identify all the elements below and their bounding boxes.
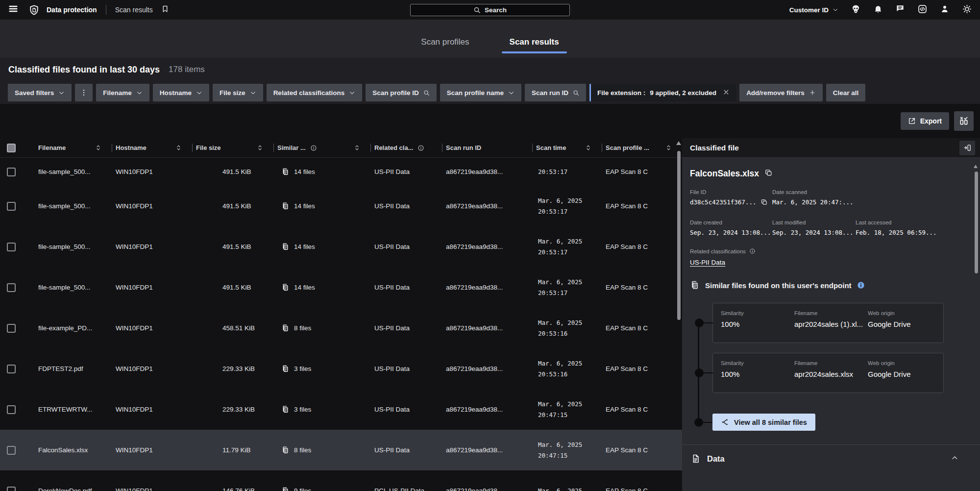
add-remove-filters-button[interactable]: Add/remove filters: [739, 84, 823, 101]
hamburger-menu-button[interactable]: [8, 3, 19, 16]
column-header-scan-time[interactable]: Scan time: [532, 138, 602, 157]
cell-similar-files[interactable]: 3 files: [273, 405, 370, 414]
card-col-origin: Web originGoogle Drive: [868, 310, 935, 336]
similar-file-card[interactable]: Similarity100%Filenameapr2024sales (1).x…: [712, 303, 944, 343]
card-value: Google Drive: [868, 320, 935, 328]
breadcrumb: Scan results: [115, 6, 153, 14]
filter-chip-scan-run-id[interactable]: Scan run ID: [525, 84, 586, 101]
sort-icon[interactable]: [353, 144, 361, 151]
filter-chip-scan-profile-id[interactable]: Scan profile ID: [366, 84, 437, 101]
table-row[interactable]: FDPTEST2.pdfWIN10FDP1229.33 KiB3 filesUS…: [0, 348, 682, 389]
copy-filename-button[interactable]: [764, 169, 773, 179]
column-header-related-cla[interactable]: Related cla...: [370, 138, 442, 157]
clear-all-filters-button[interactable]: Clear all: [826, 84, 866, 101]
customer-id-dropdown[interactable]: Customer ID: [789, 6, 838, 14]
column-label: Scan run ID: [446, 144, 481, 151]
row-checkbox[interactable]: [7, 202, 16, 211]
filter-chip-scan-profile-name[interactable]: Scan profile name: [440, 84, 521, 101]
table-row[interactable]: file-example_PD...WIN10FDP1458.51 KiB8 f…: [0, 308, 682, 348]
classification-link[interactable]: US-PII Data: [690, 259, 725, 266]
code-icon: [917, 4, 928, 14]
tab-scan-results[interactable]: Scan results: [497, 37, 572, 58]
sort-icon[interactable]: [95, 144, 102, 151]
cell-hostname: WIN10FDP1: [112, 202, 192, 210]
search-input[interactable]: Search: [410, 4, 570, 16]
column-header-filename[interactable]: Filename: [27, 138, 112, 157]
similar-file-card[interactable]: Similarity100%Filenameapr2024sales.xlsxW…: [712, 353, 944, 393]
bookmark-button[interactable]: [161, 4, 170, 15]
api-console-button[interactable]: [917, 4, 928, 16]
select-all-checkbox[interactable]: [7, 144, 16, 152]
column-settings-button[interactable]: [954, 111, 974, 131]
panel-scroll-up-arrow[interactable]: [974, 165, 978, 168]
row-checkbox[interactable]: [7, 405, 16, 414]
saved-filters-dropdown[interactable]: Saved filters: [8, 84, 72, 101]
user-profile-button[interactable]: [940, 4, 950, 16]
table-row[interactable]: file-sample_500...WIN10FDP1491.5 KiB14 f…: [0, 267, 682, 308]
table-row[interactable]: file-sample_500...WIN10FDP1491.5 KiB14 f…: [0, 226, 682, 267]
cell-similar-files[interactable]: 14 files: [273, 243, 370, 251]
app-title: Data protection: [47, 6, 97, 14]
cell-scan-time: Mar. 6, 202520:53:16: [532, 318, 602, 339]
sort-icon[interactable]: [665, 144, 672, 151]
card-label: Web origin: [868, 360, 935, 366]
row-checkbox[interactable]: [7, 365, 16, 373]
sort-icon[interactable]: [175, 144, 182, 151]
table-row[interactable]: FalconSales.xlsxWIN10FDP111.79 KiB8 file…: [0, 430, 682, 470]
table-row[interactable]: file-sample_500...WIN10FDP1491.5 KiB14 f…: [0, 186, 682, 226]
table-scroll-up-arrow[interactable]: [676, 141, 681, 145]
cell-similar-files[interactable]: 9 files: [273, 487, 370, 491]
data-section-header[interactable]: Data: [690, 445, 965, 464]
row-checkbox[interactable]: [7, 324, 16, 333]
table-row[interactable]: file-sample_500...WIN10FDP1491.5 KiB14 f…: [0, 158, 682, 186]
filter-chip-hostname[interactable]: Hostname: [153, 84, 209, 101]
table-scrollbar[interactable]: [677, 151, 681, 320]
filter-chip-filename[interactable]: Filename: [96, 84, 149, 101]
row-checkbox[interactable]: [7, 446, 16, 455]
table-row[interactable]: DerekNewDoc.pdfWIN10FDP1146.76 KiB9 file…: [0, 470, 682, 491]
remove-filter-button[interactable]: [723, 89, 730, 97]
table-toolbar: Export: [0, 104, 980, 138]
notifications-button[interactable]: [873, 4, 883, 16]
column-header-similar[interactable]: Similar ...: [273, 138, 370, 157]
row-checkbox[interactable]: [7, 243, 16, 251]
row-checkbox[interactable]: [7, 487, 16, 491]
table-row[interactable]: ETRWTEWRTW...WIN10FDP1229.33 KiB3 filesU…: [0, 389, 682, 430]
cell-similar-files[interactable]: 14 files: [273, 283, 370, 292]
info-filled-icon[interactable]: [857, 281, 865, 289]
cell-similar-files[interactable]: 14 files: [273, 202, 370, 210]
tab-scan-profiles[interactable]: Scan profiles: [408, 37, 482, 58]
cell-scan-profile: EAP Scan 8 C: [602, 168, 682, 175]
sort-icon[interactable]: [585, 144, 592, 151]
collapse-panel-button[interactable]: [959, 141, 975, 155]
cell-filename: ETRWTEWRTW...: [27, 406, 112, 413]
row-checkbox[interactable]: [7, 283, 16, 292]
search-icon: [473, 6, 481, 14]
cell-similar-files[interactable]: 8 files: [273, 324, 370, 332]
view-all-similar-files-button[interactable]: View all 8 similar files: [712, 414, 815, 431]
collapse-data-section-button[interactable]: [951, 454, 962, 464]
panel-scrollbar[interactable]: [975, 172, 978, 273]
copy-icon[interactable]: [760, 198, 768, 206]
filter-chip-file-size[interactable]: File size: [213, 84, 263, 101]
scan-time-text: 20:47:15: [538, 410, 597, 420]
cell-similar-files[interactable]: 3 files: [273, 365, 370, 373]
filter-more-options-button[interactable]: [75, 84, 93, 101]
documents-stack-icon: [690, 280, 700, 290]
column-header-hostname[interactable]: Hostname: [112, 138, 192, 157]
filter-chip-related-classifications[interactable]: Related classifications: [267, 84, 363, 101]
messages-button[interactable]: [895, 4, 905, 16]
related-classifications-label: Related classifications: [690, 248, 746, 254]
column-header-scan-run-id[interactable]: Scan run ID: [442, 138, 532, 157]
falcon-menu-button[interactable]: [851, 4, 861, 16]
column-header-scan-profile[interactable]: Scan profile ...: [602, 138, 682, 157]
cell-similar-files[interactable]: 14 files: [273, 168, 370, 176]
applied-filter-file-extension[interactable]: File extension : 9 applied, 2 excluded: [589, 84, 736, 101]
hostname-text: WIN10FDP1: [116, 324, 153, 332]
sort-icon[interactable]: [256, 144, 264, 151]
export-button[interactable]: Export: [901, 112, 949, 130]
column-header-file-size[interactable]: File size: [192, 138, 273, 157]
theme-toggle-button[interactable]: [962, 4, 972, 16]
cell-similar-files[interactable]: 8 files: [273, 446, 370, 454]
row-checkbox[interactable]: [7, 168, 16, 176]
